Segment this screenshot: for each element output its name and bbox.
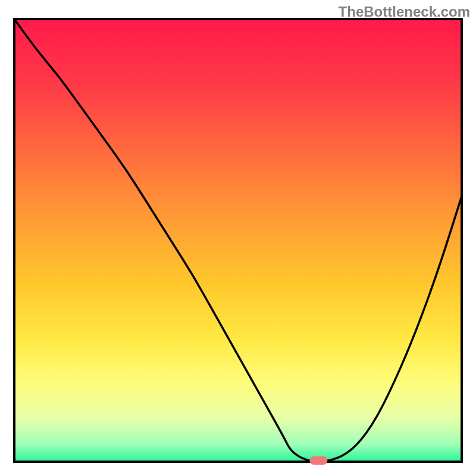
optimal-marker bbox=[309, 456, 327, 465]
watermark-text: TheBottleneck.com bbox=[339, 4, 470, 20]
chart-svg bbox=[0, 0, 476, 476]
chart-container: TheBottleneck.com bbox=[0, 0, 476, 476]
plot-background bbox=[14, 19, 462, 462]
